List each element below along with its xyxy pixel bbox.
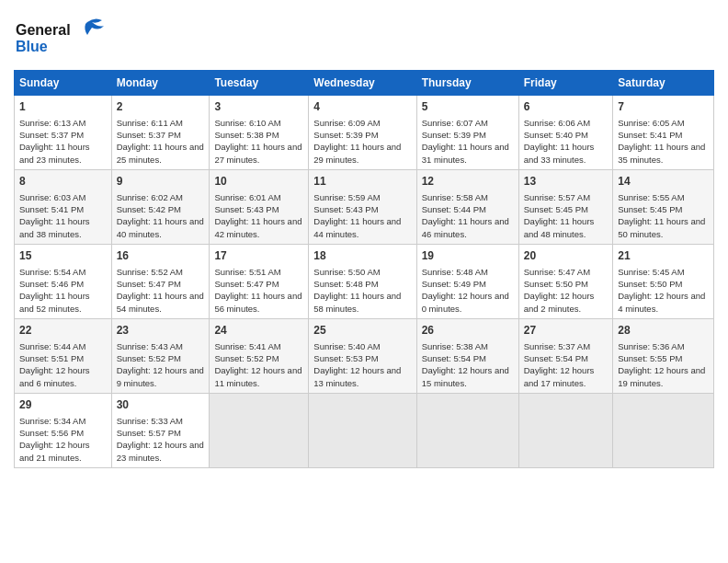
sunset: Sunset: 5:41 PM — [618, 130, 682, 140]
day-number: 9 — [117, 174, 205, 190]
sunset: Sunset: 5:45 PM — [524, 204, 588, 214]
daylight: Daylight: 12 hours and 17 minutes. — [524, 365, 595, 387]
sunrise: Sunrise: 6:09 AM — [313, 118, 380, 128]
calendar-cell: 7Sunrise: 6:05 AMSunset: 5:41 PMDaylight… — [613, 96, 714, 170]
calendar-cell: 12Sunrise: 5:58 AMSunset: 5:44 PMDayligh… — [416, 169, 518, 244]
daylight: Daylight: 11 hours and 27 minutes. — [214, 142, 301, 164]
calendar-cell — [309, 393, 416, 467]
sunset: Sunset: 5:42 PM — [117, 204, 181, 214]
logo: General Blue — [14, 15, 115, 64]
sunrise: Sunrise: 5:45 AM — [618, 267, 684, 277]
calendar-row-2: 8Sunrise: 6:03 AMSunset: 5:41 PMDaylight… — [15, 169, 714, 244]
day-number: 12 — [422, 174, 514, 190]
page-header: General Blue — [14, 9, 714, 64]
sunset: Sunset: 5:37 PM — [117, 130, 181, 140]
daylight: Daylight: 12 hours and 11 minutes. — [214, 365, 301, 387]
sunset: Sunset: 5:55 PM — [618, 353, 682, 363]
sunrise: Sunrise: 5:59 AM — [313, 192, 380, 202]
calendar-cell: 2Sunrise: 6:11 AMSunset: 5:37 PMDaylight… — [111, 96, 210, 170]
sunrise: Sunrise: 5:36 AM — [618, 341, 684, 351]
daylight: Daylight: 11 hours and 31 minutes. — [422, 142, 509, 164]
sunset: Sunset: 5:49 PM — [422, 279, 486, 289]
day-header-monday: Monday — [111, 71, 210, 96]
sunset: Sunset: 5:37 PM — [19, 130, 84, 140]
sunrise: Sunrise: 5:52 AM — [117, 267, 183, 277]
svg-text:General: General — [16, 22, 71, 38]
logo-text: General Blue — [14, 15, 115, 64]
calendar-cell — [416, 393, 518, 467]
day-header-friday: Friday — [518, 71, 612, 96]
calendar-cell: 30Sunrise: 5:33 AMSunset: 5:57 PMDayligh… — [111, 393, 210, 467]
day-number: 11 — [313, 174, 411, 190]
calendar-cell: 29Sunrise: 5:34 AMSunset: 5:56 PMDayligh… — [15, 393, 112, 467]
day-number: 5 — [422, 99, 514, 115]
daylight: Daylight: 12 hours and 19 minutes. — [618, 365, 705, 387]
calendar-row-3: 15Sunrise: 5:54 AMSunset: 5:46 PMDayligh… — [15, 244, 714, 318]
day-number: 17 — [214, 248, 303, 264]
day-number: 7 — [618, 99, 709, 115]
sunrise: Sunrise: 5:43 AM — [117, 341, 183, 351]
day-number: 8 — [19, 174, 107, 190]
sunrise: Sunrise: 6:01 AM — [214, 192, 280, 202]
calendar-cell — [518, 393, 612, 467]
calendar-cell: 13Sunrise: 5:57 AMSunset: 5:45 PMDayligh… — [518, 169, 612, 244]
day-number: 28 — [618, 323, 709, 339]
daylight: Daylight: 11 hours and 38 minutes. — [19, 216, 90, 238]
sunrise: Sunrise: 6:13 AM — [19, 118, 85, 128]
day-number: 21 — [618, 248, 709, 264]
sunrise: Sunrise: 5:48 AM — [422, 267, 488, 277]
sunset: Sunset: 5:50 PM — [524, 279, 588, 289]
day-number: 20 — [524, 248, 608, 264]
calendar-cell: 15Sunrise: 5:54 AMSunset: 5:46 PMDayligh… — [15, 244, 112, 318]
calendar-cell: 5Sunrise: 6:07 AMSunset: 5:39 PMDaylight… — [416, 96, 518, 170]
daylight: Daylight: 11 hours and 52 minutes. — [19, 291, 90, 313]
calendar-cell — [613, 393, 714, 467]
sunrise: Sunrise: 6:07 AM — [422, 118, 488, 128]
calendar-cell: 25Sunrise: 5:40 AMSunset: 5:53 PMDayligh… — [309, 318, 416, 393]
day-header-wednesday: Wednesday — [309, 71, 416, 96]
sunset: Sunset: 5:51 PM — [19, 353, 84, 363]
sunrise: Sunrise: 5:47 AM — [524, 267, 590, 277]
calendar-row-4: 22Sunrise: 5:44 AMSunset: 5:51 PMDayligh… — [15, 318, 714, 393]
daylight: Daylight: 11 hours and 35 minutes. — [618, 142, 705, 164]
day-number: 2 — [117, 99, 205, 115]
sunset: Sunset: 5:43 PM — [214, 204, 279, 214]
daylight: Daylight: 12 hours and 21 minutes. — [19, 440, 90, 462]
calendar-cell: 1Sunrise: 6:13 AMSunset: 5:37 PMDaylight… — [15, 96, 112, 170]
calendar-cell: 23Sunrise: 5:43 AMSunset: 5:52 PMDayligh… — [111, 318, 210, 393]
sunset: Sunset: 5:45 PM — [618, 204, 682, 214]
sunset: Sunset: 5:43 PM — [313, 204, 378, 214]
daylight: Daylight: 11 hours and 54 minutes. — [117, 291, 204, 313]
day-header-thursday: Thursday — [416, 71, 518, 96]
sunset: Sunset: 5:48 PM — [313, 279, 378, 289]
sunrise: Sunrise: 5:40 AM — [313, 341, 380, 351]
sunset: Sunset: 5:52 PM — [214, 353, 279, 363]
daylight: Daylight: 11 hours and 48 minutes. — [524, 216, 595, 238]
day-number: 24 — [214, 323, 303, 339]
sunrise: Sunrise: 5:34 AM — [19, 416, 85, 426]
calendar-cell: 8Sunrise: 6:03 AMSunset: 5:41 PMDaylight… — [15, 169, 112, 244]
sunset: Sunset: 5:40 PM — [524, 130, 588, 140]
sunset: Sunset: 5:54 PM — [524, 353, 588, 363]
daylight: Daylight: 12 hours and 2 minutes. — [524, 291, 595, 313]
day-number: 3 — [214, 99, 303, 115]
calendar-cell: 28Sunrise: 5:36 AMSunset: 5:55 PMDayligh… — [613, 318, 714, 393]
daylight: Daylight: 11 hours and 25 minutes. — [117, 142, 204, 164]
day-number: 30 — [117, 397, 205, 413]
sunrise: Sunrise: 6:05 AM — [618, 118, 684, 128]
day-number: 26 — [422, 323, 514, 339]
calendar-cell: 26Sunrise: 5:38 AMSunset: 5:54 PMDayligh… — [416, 318, 518, 393]
calendar-cell: 3Sunrise: 6:10 AMSunset: 5:38 PMDaylight… — [210, 96, 309, 170]
calendar-cell: 11Sunrise: 5:59 AMSunset: 5:43 PMDayligh… — [309, 169, 416, 244]
sunrise: Sunrise: 5:33 AM — [117, 416, 183, 426]
calendar-cell: 20Sunrise: 5:47 AMSunset: 5:50 PMDayligh… — [518, 244, 612, 318]
daylight: Daylight: 11 hours and 29 minutes. — [313, 142, 401, 164]
calendar-cell: 16Sunrise: 5:52 AMSunset: 5:47 PMDayligh… — [111, 244, 210, 318]
day-number: 13 — [524, 174, 608, 190]
calendar-cell: 27Sunrise: 5:37 AMSunset: 5:54 PMDayligh… — [518, 318, 612, 393]
sunset: Sunset: 5:57 PM — [117, 428, 181, 438]
sunrise: Sunrise: 5:41 AM — [214, 341, 280, 351]
daylight: Daylight: 11 hours and 50 minutes. — [618, 216, 705, 238]
calendar-cell: 17Sunrise: 5:51 AMSunset: 5:47 PMDayligh… — [210, 244, 309, 318]
day-number: 29 — [19, 397, 107, 413]
